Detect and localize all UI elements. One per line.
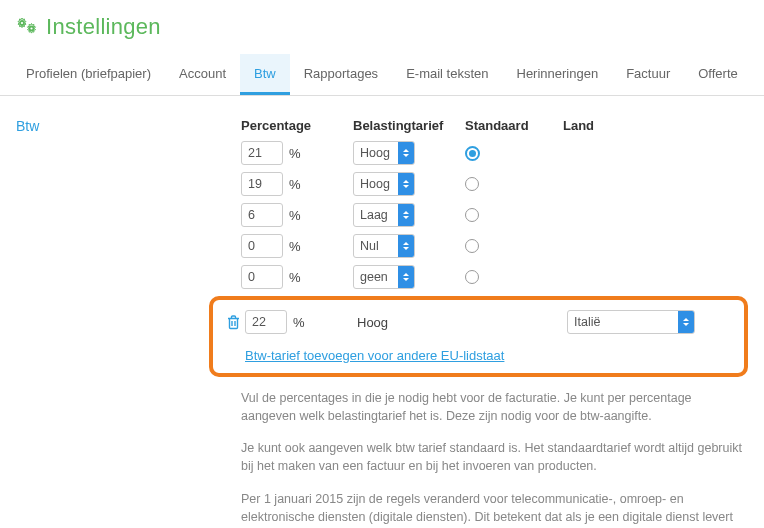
page-title: Instellingen — [46, 14, 161, 40]
percentage-input[interactable] — [241, 172, 283, 196]
help-text: Vul de percentages in die je nodig hebt … — [241, 389, 748, 528]
tab-factuur[interactable]: Factuur — [612, 54, 684, 95]
settings-icon — [16, 17, 38, 38]
tab-account[interactable]: Account — [165, 54, 240, 95]
page-header: Instellingen — [0, 0, 764, 54]
tabs-nav: Profielen (briefpapier) Account Btw Rapp… — [0, 54, 764, 96]
col-country: Land — [563, 118, 748, 133]
tariff-text: Hoog — [357, 315, 469, 330]
standard-radio[interactable] — [465, 239, 479, 253]
vat-row: % geen — [241, 265, 748, 289]
select-stepper-icon — [398, 173, 414, 195]
tariff-value: Hoog — [360, 177, 390, 191]
svg-point-0 — [20, 21, 24, 25]
standard-radio[interactable] — [465, 270, 479, 284]
tariff-value: geen — [360, 270, 388, 284]
percent-sign: % — [289, 177, 301, 192]
tariff-select[interactable]: Hoog — [353, 141, 415, 165]
percentage-input[interactable] — [241, 203, 283, 227]
vat-row: % Hoog — [241, 172, 748, 196]
select-stepper-icon — [398, 266, 414, 288]
tariff-select[interactable]: Laag — [353, 203, 415, 227]
vat-row: % Hoog — [241, 141, 748, 165]
tariff-select[interactable]: geen — [353, 265, 415, 289]
tariff-select[interactable]: Hoog — [353, 172, 415, 196]
help-paragraph: Vul de percentages in die je nodig hebt … — [241, 389, 748, 425]
col-tariff: Belastingtarief — [353, 118, 465, 133]
column-headers: Percentage Belastingtarief Standaard Lan… — [241, 118, 748, 133]
help-paragraph: Per 1 januari 2015 zijn de regels verand… — [241, 490, 748, 529]
percent-sign: % — [293, 315, 305, 330]
percent-sign: % — [289, 239, 301, 254]
help-paragraph: Je kunt ook aangeven welk btw tarief sta… — [241, 439, 748, 475]
standard-radio[interactable] — [465, 177, 479, 191]
select-stepper-icon — [398, 142, 414, 164]
svg-point-1 — [30, 26, 34, 30]
country-select[interactable]: Italië — [567, 310, 695, 334]
percent-sign: % — [289, 208, 301, 223]
col-standard: Standaard — [465, 118, 563, 133]
tab-betaalmoge[interactable]: Betaalmoge — [752, 54, 764, 95]
tab-offerte[interactable]: Offerte — [684, 54, 752, 95]
country-value: Italië — [574, 315, 600, 329]
tab-herinneringen[interactable]: Herinneringen — [503, 54, 613, 95]
tab-rapportages[interactable]: Rapportages — [290, 54, 392, 95]
percent-sign: % — [289, 270, 301, 285]
select-stepper-icon — [398, 204, 414, 226]
tab-btw[interactable]: Btw — [240, 54, 290, 95]
tariff-value: Nul — [360, 239, 379, 253]
vat-row: % Laag — [241, 203, 748, 227]
select-stepper-icon — [398, 235, 414, 257]
percentage-input[interactable] — [241, 265, 283, 289]
tab-profielen[interactable]: Profielen (briefpapier) — [12, 54, 165, 95]
trash-icon[interactable] — [221, 315, 245, 330]
tariff-value: Laag — [360, 208, 388, 222]
standard-radio[interactable] — [465, 208, 479, 222]
percentage-input[interactable] — [241, 234, 283, 258]
col-percentage: Percentage — [241, 118, 353, 133]
add-eu-vat-link[interactable]: Btw-tarief toevoegen voor andere EU-lids… — [245, 348, 504, 363]
section-title: Btw — [16, 118, 221, 528]
tariff-value: Hoog — [360, 146, 390, 160]
percent-sign: % — [289, 146, 301, 161]
standard-radio[interactable] — [465, 146, 480, 161]
tab-email-teksten[interactable]: E-mail teksten — [392, 54, 502, 95]
highlighted-region: % Hoog Italië Btw-tarief toevoegen voor … — [209, 296, 748, 377]
tariff-select[interactable]: Nul — [353, 234, 415, 258]
select-stepper-icon — [678, 311, 694, 333]
percentage-input[interactable] — [245, 310, 287, 334]
vat-row: % Nul — [241, 234, 748, 258]
percentage-input[interactable] — [241, 141, 283, 165]
